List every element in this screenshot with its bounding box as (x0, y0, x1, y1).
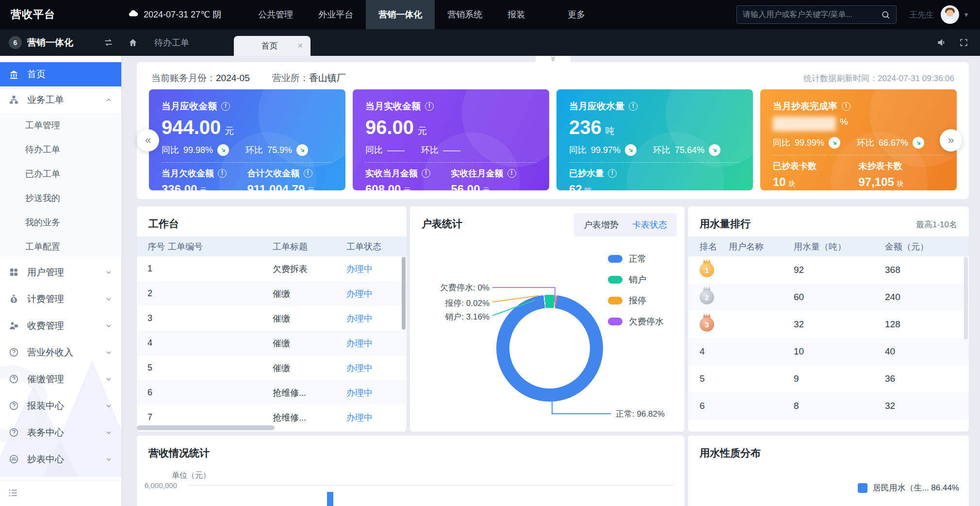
worktable-row[interactable]: 5 催缴 办理中 (137, 355, 407, 380)
legend-item[interactable]: 销户 (608, 274, 664, 286)
worktable-row[interactable]: 3 催缴 办理中 (137, 306, 407, 331)
info-icon[interactable]: ! (629, 102, 637, 111)
swap-arrows-icon[interactable] (103, 37, 114, 48)
worktable-row[interactable]: 4 催缴 办理中 (137, 331, 407, 355)
users-icon (9, 267, 20, 278)
order-status[interactable]: 办理中 (346, 263, 407, 275)
nav-item[interactable]: 更多 (555, 0, 598, 29)
kpi-card[interactable]: 当月实收金额 ! 96.00元 同比 —— 环比 —— 实收当月金额 ! 608… (353, 89, 549, 190)
legend-swatch (608, 255, 622, 263)
worktable-row[interactable]: 1 欠费拆表 办理中 (137, 256, 407, 281)
info-icon[interactable]: ! (425, 102, 434, 111)
nav-item[interactable]: 外业平台 (306, 0, 366, 29)
chevron-down-icon (105, 455, 113, 463)
sidebar-subitem[interactable]: 抄送我的 (0, 186, 121, 210)
callout-closed: 销户: 3.16% (417, 311, 490, 322)
kpi-card[interactable]: 当月应收水量 ! 236吨 同比 99.97% 环比 75.64% 已抄水量 !… (556, 89, 753, 190)
billing-icon (9, 293, 20, 305)
sidebar-item[interactable]: 用户管理 (0, 259, 121, 286)
info-icon[interactable]: ! (608, 169, 617, 178)
sidebar-item[interactable]: 营业外收入 (0, 339, 121, 366)
sidebar-item[interactable]: 业务工单 (0, 86, 121, 113)
sidebar-item[interactable]: 计费管理 (0, 286, 121, 312)
order-title: 催缴 (273, 362, 346, 374)
tab-meter-growth[interactable]: 户表增势 (584, 219, 619, 231)
callout-cutoff: 欠费停水: 0% (417, 282, 490, 293)
quick-link-todo[interactable]: 待办工单 (154, 37, 189, 49)
worktable-horizontal-scrollbar[interactable] (137, 425, 275, 430)
sidebar-subitem[interactable]: 我的业务 (0, 210, 121, 235)
worktable-row[interactable]: 2 催缴 办理中 (137, 281, 407, 306)
kpi-compare-row: 同比 99.98% 环比 75.9% (162, 144, 333, 156)
sidebar-subitem[interactable]: 已办工单 (0, 162, 121, 186)
legend-item[interactable]: 正常 (608, 253, 664, 265)
sidebar-item-label: 报装中心 (27, 400, 64, 412)
trend-down-icon (625, 144, 637, 156)
question-circle-icon (9, 400, 20, 412)
order-status[interactable]: 办理中 (346, 362, 407, 374)
sidebar-item[interactable]: 表务中心 (0, 419, 121, 446)
ranking-row[interactable]: 2 60 240 (688, 284, 969, 311)
sidebar-subitem[interactable]: 工单配置 (0, 235, 121, 259)
sidebar-subitem[interactable]: 待办工单 (0, 137, 121, 162)
worktable-vertical-scrollbar[interactable] (402, 257, 406, 330)
nav-item[interactable]: 营销系统 (435, 0, 495, 29)
question-circle-icon (9, 427, 20, 439)
yoy-value: —— (387, 145, 405, 155)
water-nature-legend[interactable]: 居民用水（生... 86.44% (858, 482, 959, 493)
search-input[interactable] (743, 10, 881, 19)
ranking-row[interactable]: 1 92 368 (688, 256, 969, 284)
nav-item[interactable]: 营销一体化 (366, 0, 435, 29)
revenue-unit-label: 单位（元） (172, 471, 211, 481)
order-status[interactable]: 办理中 (346, 387, 407, 399)
kpi-subitem: 未抄表卡数 97,105块 (859, 160, 945, 189)
revenue-bar[interactable] (327, 492, 333, 506)
kpi-card[interactable]: 当月抄表完成率 ! % 同比 99.99% 环比 66.67% 已抄表卡数 10… (760, 89, 957, 190)
search-icon[interactable] (881, 10, 890, 19)
ranking-row[interactable]: 5 9 36 (688, 365, 969, 392)
info-icon[interactable]: ! (842, 102, 850, 111)
sidebar-item[interactable]: 抄表中心 (0, 446, 121, 472)
sidebar-item[interactable]: 催缴管理 (0, 366, 121, 392)
ranking-vertical-scrollbar[interactable] (964, 257, 968, 339)
carousel-next-button[interactable]: » (940, 129, 962, 152)
avatar[interactable] (941, 5, 959, 24)
sidebar-item[interactable]: 首页 (0, 62, 121, 86)
order-status[interactable]: 办理中 (346, 337, 407, 349)
ranking-row[interactable]: 3 32 128 (688, 311, 969, 338)
info-icon[interactable]: ! (221, 102, 230, 111)
info-icon[interactable]: ! (422, 169, 430, 178)
legend-item[interactable]: 欠费停水 (608, 316, 664, 327)
tab-card-status[interactable]: 卡表状态 (632, 219, 667, 231)
water-usage-ranking-panel: 用水量排行 最高1-10名 排名 用户名称 用水量（吨） 金额（元） 1 92 … (688, 206, 969, 432)
collapse-double-chevron-icon[interactable] (536, 56, 571, 63)
tab-home[interactable]: 首页 × (234, 36, 310, 56)
fullscreen-icon[interactable] (959, 38, 968, 47)
order-status[interactable]: 办理中 (346, 412, 407, 423)
ranking-row[interactable]: 6 8 32 (688, 392, 969, 420)
info-icon[interactable]: ! (218, 169, 227, 178)
sidebar-subitem[interactable]: 工单管理 (0, 113, 121, 137)
info-icon[interactable]: ! (304, 169, 312, 178)
nav-item[interactable]: 公共管理 (245, 0, 306, 29)
kpi-card[interactable]: 当月应收金额 ! 944.00元 同比 99.98% 环比 75.9% 当月欠收… (149, 89, 345, 190)
legend-item[interactable]: 报停 (608, 295, 664, 306)
nav-item[interactable]: 报装 (495, 0, 538, 29)
sidebar-item[interactable]: 报装中心 (0, 392, 121, 419)
ranking-header-row: 排名 用户名称 用水量（吨） 金额（元） (688, 236, 969, 256)
menu-list-icon[interactable] (8, 488, 121, 498)
carousel-prev-button[interactable]: « (137, 129, 159, 152)
ranking-row[interactable]: 4 10 40 (688, 338, 969, 365)
tab-close-icon[interactable]: × (297, 41, 303, 51)
chevron-down-icon (105, 269, 113, 276)
user-menu-caret-icon[interactable]: ▼ (963, 11, 969, 18)
kpi-subitem: 实收当月金额 ! 608.00元 (365, 168, 451, 190)
info-icon[interactable]: ! (507, 169, 516, 178)
order-status[interactable]: 办理中 (346, 313, 407, 324)
order-status[interactable]: 办理中 (346, 288, 407, 300)
worktable-row[interactable]: 6 抢维修... 办理中 (137, 380, 407, 405)
home-icon[interactable] (128, 38, 138, 48)
ranking-row-partial[interactable] (688, 420, 969, 432)
sidebar-item[interactable]: 收费管理 (0, 312, 121, 339)
volume-icon[interactable] (936, 37, 947, 48)
